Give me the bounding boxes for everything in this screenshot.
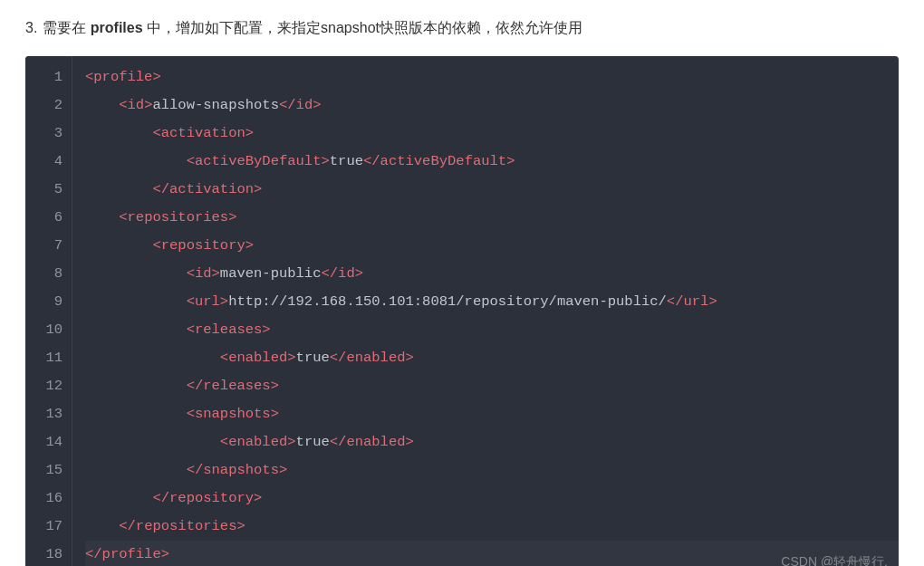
code-line: </releases>	[85, 372, 899, 400]
code-line: <id>maven-public</id>	[85, 260, 899, 288]
code-line: <repository>	[85, 232, 899, 260]
instr-bold: profiles	[91, 20, 143, 35]
line-number: 6	[25, 204, 72, 232]
line-number-gutter: 1 2 3 4 5 6 7 8 9 10 11 12 13 14 15 16 1…	[25, 56, 72, 566]
instr-pre: 需要在	[43, 20, 90, 35]
line-number: 9	[25, 288, 72, 316]
code-line: <profile>	[85, 63, 899, 91]
line-number: 14	[25, 428, 72, 456]
code-line: <snapshots>	[85, 400, 899, 428]
code-content[interactable]: <profile> <id>allow-snapshots</id> <acti…	[72, 56, 899, 566]
code-line: <activeByDefault>true</activeByDefault>	[85, 148, 899, 176]
code-line: <enabled>true</enabled>	[85, 428, 899, 456]
code-line: <url>http://192.168.150.101:8081/reposit…	[85, 288, 899, 316]
line-number: 7	[25, 232, 72, 260]
line-number: 17	[25, 513, 72, 541]
code-inner: 1 2 3 4 5 6 7 8 9 10 11 12 13 14 15 16 1…	[25, 56, 899, 566]
instr-post: 中，增加如下配置，来指定snapshot快照版本的依赖，依然允许使用	[143, 20, 582, 35]
line-number: 2	[25, 91, 72, 120]
line-number: 16	[25, 484, 72, 513]
line-number: 12	[25, 372, 72, 400]
line-number: 11	[25, 344, 72, 372]
line-number: 10	[25, 316, 72, 344]
code-line: <releases>	[85, 316, 899, 344]
code-line: </repositories>	[85, 513, 899, 541]
line-number: 4	[25, 148, 72, 176]
line-number: 3	[25, 120, 72, 148]
code-line: </snapshots>	[85, 456, 899, 484]
code-line: </profile>	[85, 541, 899, 566]
code-line: </repository>	[85, 484, 899, 513]
code-block: 1 2 3 4 5 6 7 8 9 10 11 12 13 14 15 16 1…	[25, 56, 899, 566]
code-line: <id>allow-snapshots</id>	[85, 91, 899, 120]
code-line: <enabled>true</enabled>	[85, 344, 899, 372]
line-number: 5	[25, 176, 72, 204]
line-number: 1	[25, 63, 72, 91]
instruction-text: 需要在 profiles 中，增加如下配置，来指定snapshot快照版本的依赖…	[43, 16, 899, 40]
code-line: <activation>	[85, 120, 899, 148]
line-number: 18	[25, 541, 72, 566]
instruction-line: 3. 需要在 profiles 中，增加如下配置，来指定snapshot快照版本…	[25, 16, 899, 40]
line-number: 13	[25, 400, 72, 428]
line-number: 8	[25, 260, 72, 288]
document-section: 3. 需要在 profiles 中，增加如下配置，来指定snapshot快照版本…	[0, 0, 924, 566]
code-line: </activation>	[85, 176, 899, 204]
code-line: <repositories>	[85, 204, 899, 232]
list-number: 3.	[25, 16, 37, 40]
line-number: 15	[25, 456, 72, 484]
